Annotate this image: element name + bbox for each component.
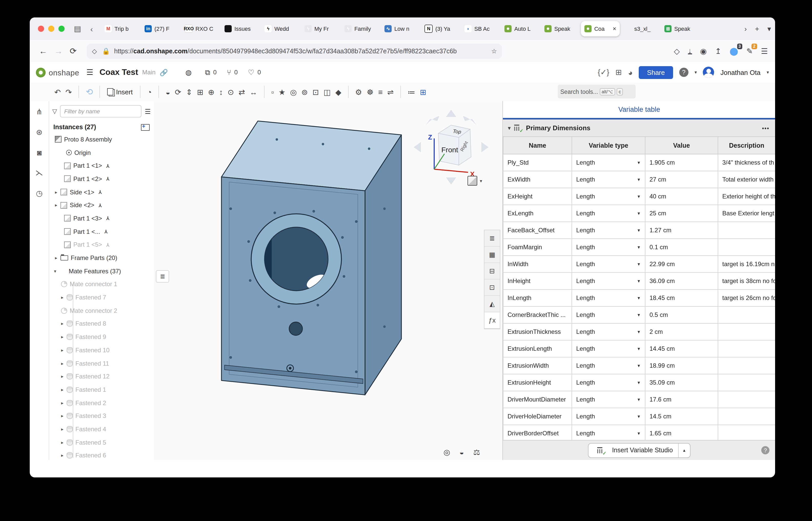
feature-list-icon[interactable]: ≣ — [484, 230, 500, 247]
browser-tab[interactable]: ◗ SB Ac — [461, 21, 500, 37]
share-button[interactable]: Share — [639, 66, 673, 79]
simulation-icon[interactable]: ☸ — [367, 88, 373, 96]
variable-description-cell[interactable]: Total exterior width — [718, 171, 775, 188]
variable-type-cell[interactable]: Length▼ — [572, 323, 645, 340]
type-dropdown-icon[interactable]: ▼ — [637, 414, 641, 419]
type-dropdown-icon[interactable]: ▼ — [637, 262, 641, 266]
variable-name-cell[interactable]: InLength — [503, 290, 572, 307]
follow-mode-icon[interactable]: ⊛ — [36, 128, 42, 137]
balloon-icon[interactable]: ⊚ — [301, 88, 308, 96]
menu-hamburger-icon[interactable]: ☰ — [761, 46, 768, 55]
variable-description-cell[interactable] — [718, 425, 775, 442]
frequency-icon[interactable]: ≡ — [378, 88, 383, 96]
mate-feature-item[interactable]: ▸ Fastened 5 — [49, 436, 154, 449]
collapse-chevron-icon[interactable]: ▾ — [508, 125, 511, 131]
browser-tab[interactable]: Auto L — [501, 21, 540, 37]
replace-instance-icon[interactable]: ◎ — [290, 88, 297, 96]
extension-pen-icon[interactable]: ✎2 — [746, 46, 753, 55]
like-icon[interactable]: ♡ — [248, 68, 254, 76]
browser-tab[interactable]: s3_xl_ — [621, 21, 660, 37]
variable-type-cell[interactable]: Length▼ — [572, 357, 645, 374]
history-icon[interactable]: ◷ — [36, 189, 43, 198]
variable-type-cell[interactable]: Length▼ — [572, 171, 645, 188]
tree-item[interactable]: Proto 8 Assembly — [49, 133, 154, 146]
chevron-icon[interactable]: ▸ — [60, 440, 65, 445]
type-dropdown-icon[interactable]: ▼ — [637, 296, 641, 300]
tab-list-dropdown-icon[interactable]: ▾ — [767, 25, 771, 33]
variable-description-cell[interactable] — [718, 340, 775, 357]
measure-icon[interactable]: ◎ — [443, 448, 450, 457]
variable-type-cell[interactable]: Length▼ — [572, 408, 645, 425]
configurations-icon[interactable]: ⊡ — [484, 279, 500, 296]
circular-pattern-icon[interactable]: ◆ — [335, 88, 341, 96]
mate-feature-item[interactable]: ▸ Fastened 6 — [49, 449, 154, 460]
versions-icon[interactable]: ⑂ — [227, 68, 231, 76]
section-header[interactable]: ▾ Primary Dimensions ••• — [503, 119, 775, 137]
account-icon[interactable]: ◉ — [700, 46, 707, 55]
variable-description-cell[interactable] — [718, 239, 775, 256]
tree-options-icon[interactable]: ☰ — [145, 108, 151, 115]
type-dropdown-icon[interactable]: ▼ — [637, 245, 641, 249]
variable-description-cell[interactable] — [718, 323, 775, 340]
animate-icon[interactable]: ◔ — [147, 88, 152, 96]
mate-feature-item[interactable]: ▸ Fastened 2 — [49, 397, 154, 409]
section-menu-icon[interactable]: ••• — [762, 125, 769, 131]
type-dropdown-icon[interactable]: ▼ — [637, 346, 641, 351]
variable-description-cell[interactable]: target is 26cm no fo — [718, 290, 775, 307]
panel-toggle-button[interactable]: ≣ — [156, 270, 169, 282]
variable-description-cell[interactable] — [718, 307, 775, 323]
variable-value-cell[interactable]: 0.5 cm — [645, 307, 718, 323]
insert-part-icon[interactable]: ⊟ — [484, 263, 500, 279]
tree-item[interactable]: ▸ Frame Parts (20) — [49, 251, 154, 264]
mate-feature-item[interactable]: ▸ Fastened 4 — [49, 423, 154, 436]
mate-feature-item[interactable]: ▸ Fastened 9 — [49, 331, 154, 344]
separator[interactable] — [78, 86, 79, 98]
variable-value-cell[interactable]: 17.6 cm — [645, 391, 718, 408]
variable-name-cell[interactable]: ExHeight — [503, 188, 572, 205]
help-caret-icon[interactable]: ▾ — [695, 70, 697, 75]
variable-description-cell[interactable] — [718, 222, 775, 239]
variable-value-cell[interactable]: 25 cm — [645, 205, 718, 222]
variable-studio-icon[interactable]: ƒx — [484, 312, 500, 329]
type-dropdown-icon[interactable]: ▼ — [637, 363, 641, 368]
address-bar[interactable]: ◇ 🔒 https://cad.onshape.com/documents/85… — [87, 43, 502, 59]
col-header-type[interactable]: Variable type — [572, 137, 645, 154]
separator[interactable] — [400, 86, 401, 98]
separator[interactable] — [100, 86, 100, 98]
sync-icon[interactable]: ⟲ — [86, 87, 93, 96]
chevron-icon[interactable]: ▾ — [52, 268, 58, 274]
mate-feature-item[interactable]: Mate connector 1 — [49, 278, 154, 291]
chevron-icon[interactable]: ▸ — [60, 334, 65, 339]
exploded-view-icon[interactable]: ⊞ — [420, 88, 426, 96]
app-store-icon[interactable]: ⊞ — [616, 68, 622, 77]
mate-feature-item[interactable]: ▸ Fastened 8 — [49, 317, 154, 330]
chevron-icon[interactable]: ▸ — [53, 255, 59, 260]
type-dropdown-icon[interactable]: ▼ — [637, 211, 641, 216]
share-feedback-icon[interactable]: ⋋ — [36, 168, 43, 177]
mass-properties-icon[interactable]: ⚖ — [473, 448, 480, 457]
type-dropdown-icon[interactable]: ▼ — [637, 330, 641, 334]
bom-icon[interactable]: ≔ — [408, 88, 415, 96]
variable-type-cell[interactable]: Length▼ — [572, 307, 645, 323]
mate-feature-item[interactable]: ▸ Fastened 1 — [49, 383, 154, 396]
variable-value-cell[interactable]: 22.99 cm — [645, 256, 718, 273]
chevron-icon[interactable]: ▸ — [53, 203, 59, 208]
assembly-structure-icon[interactable]: ⋔ — [36, 107, 42, 116]
variable-type-cell[interactable]: Length▼ — [572, 290, 645, 307]
variable-type-cell[interactable]: Length▼ — [572, 154, 645, 171]
forward-button[interactable]: → — [54, 46, 63, 55]
new-tab-button[interactable]: + — [755, 25, 759, 33]
chevron-icon[interactable]: ▸ — [60, 361, 65, 366]
tree-item[interactable]: Part 1 <5> Y — [49, 238, 154, 251]
protractor-icon[interactable]: ◒ — [459, 448, 464, 457]
variable-value-cell[interactable]: 40 cm — [645, 188, 718, 205]
variable-name-cell[interactable]: Ply_Std — [503, 154, 572, 171]
separator[interactable] — [158, 86, 159, 98]
mate-feature-item[interactable]: ▸ Fastened 12 — [49, 370, 154, 383]
variable-type-cell[interactable]: Length▼ — [572, 239, 645, 256]
copy-link-icon[interactable]: 🔗 — [160, 68, 168, 76]
variable-name-cell[interactable]: CornerBracketThic ... — [503, 307, 572, 323]
chevron-icon[interactable]: ▸ — [60, 374, 65, 379]
dropdown-up-icon[interactable]: ▴ — [678, 448, 690, 453]
avatar[interactable] — [703, 67, 714, 78]
